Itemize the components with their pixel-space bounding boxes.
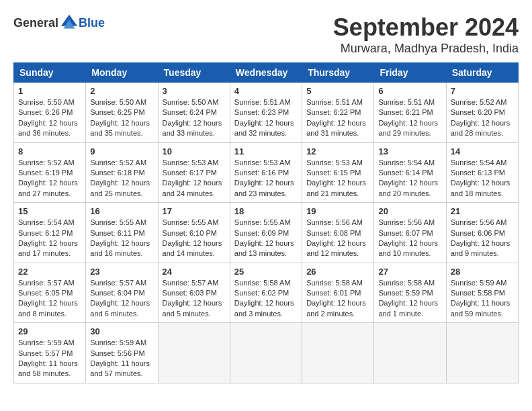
- day-info: Sunrise: 5:59 AM Sunset: 5:56 PM Dayligh…: [90, 338, 153, 379]
- header-day-saturday: Saturday: [446, 63, 518, 83]
- logo-general-text: General: [13, 16, 58, 30]
- day-number: 7: [451, 86, 514, 96]
- day-number: 15: [18, 206, 81, 216]
- day-info: Sunrise: 5:51 AM Sunset: 6:23 PM Dayligh…: [234, 97, 298, 139]
- day-info: Sunrise: 5:50 AM Sunset: 6:26 PM Dayligh…: [18, 97, 81, 139]
- day-info: Sunrise: 5:59 AM Sunset: 5:57 PM Dayligh…: [18, 338, 81, 379]
- calendar-cell: 6Sunrise: 5:51 AM Sunset: 6:21 PM Daylig…: [374, 83, 446, 143]
- day-info: Sunrise: 5:54 AM Sunset: 6:12 PM Dayligh…: [18, 218, 81, 259]
- day-number: 27: [378, 267, 441, 277]
- day-info: Sunrise: 5:56 AM Sunset: 6:06 PM Dayligh…: [451, 218, 514, 259]
- calendar-cell: 15Sunrise: 5:54 AM Sunset: 6:12 PM Dayli…: [14, 203, 86, 263]
- calendar-week-row: 22Sunrise: 5:57 AM Sunset: 6:05 PM Dayli…: [14, 263, 519, 323]
- logo: General Blue: [13, 13, 105, 32]
- calendar-cell: 23Sunrise: 5:57 AM Sunset: 6:04 PM Dayli…: [86, 263, 158, 323]
- calendar-cell: 29Sunrise: 5:59 AM Sunset: 5:57 PM Dayli…: [14, 323, 86, 383]
- calendar-week-row: 1Sunrise: 5:50 AM Sunset: 6:26 PM Daylig…: [14, 83, 519, 143]
- calendar-cell: 30Sunrise: 5:59 AM Sunset: 5:56 PM Dayli…: [86, 323, 158, 383]
- calendar-cell: 10Sunrise: 5:53 AM Sunset: 6:17 PM Dayli…: [158, 142, 230, 203]
- calendar-cell: 8Sunrise: 5:52 AM Sunset: 6:19 PM Daylig…: [14, 142, 86, 203]
- day-number: 2: [90, 86, 153, 96]
- day-number: 13: [378, 146, 441, 156]
- calendar-cell: 28Sunrise: 5:59 AM Sunset: 5:58 PM Dayli…: [446, 263, 518, 323]
- day-number: 9: [90, 146, 153, 156]
- day-number: 29: [18, 326, 81, 336]
- calendar-cell: 18Sunrise: 5:55 AM Sunset: 6:09 PM Dayli…: [230, 203, 302, 263]
- header-day-friday: Friday: [374, 63, 446, 83]
- day-info: Sunrise: 5:55 AM Sunset: 6:10 PM Dayligh…: [163, 218, 226, 259]
- day-info: Sunrise: 5:52 AM Sunset: 6:20 PM Dayligh…: [451, 97, 514, 139]
- day-number: 25: [234, 267, 298, 277]
- calendar-cell: 21Sunrise: 5:56 AM Sunset: 6:06 PM Dayli…: [446, 203, 518, 263]
- day-number: 23: [90, 267, 153, 277]
- calendar-table: SundayMondayTuesdayWednesdayThursdayFrid…: [13, 62, 519, 383]
- calendar-title: September 2024: [333, 13, 519, 42]
- day-number: 18: [234, 206, 298, 216]
- calendar-subtitle: Murwara, Madhya Pradesh, India: [333, 42, 519, 56]
- day-number: 26: [306, 267, 369, 277]
- day-info: Sunrise: 5:57 AM Sunset: 6:03 PM Dayligh…: [163, 278, 226, 320]
- calendar-cell: [374, 323, 446, 383]
- day-number: 20: [378, 206, 441, 216]
- day-number: 14: [451, 146, 514, 156]
- day-info: Sunrise: 5:51 AM Sunset: 6:22 PM Dayligh…: [306, 97, 369, 139]
- calendar-cell: [158, 323, 230, 383]
- day-number: 4: [234, 86, 298, 96]
- day-number: 10: [163, 146, 226, 156]
- calendar-week-row: 15Sunrise: 5:54 AM Sunset: 6:12 PM Dayli…: [14, 203, 519, 263]
- day-info: Sunrise: 5:50 AM Sunset: 6:25 PM Dayligh…: [90, 97, 153, 139]
- calendar-cell: 2Sunrise: 5:50 AM Sunset: 6:25 PM Daylig…: [86, 83, 158, 143]
- day-info: Sunrise: 5:57 AM Sunset: 6:05 PM Dayligh…: [18, 278, 81, 320]
- day-info: Sunrise: 5:54 AM Sunset: 6:13 PM Dayligh…: [451, 158, 514, 199]
- day-info: Sunrise: 5:53 AM Sunset: 6:16 PM Dayligh…: [234, 158, 298, 199]
- day-info: Sunrise: 5:55 AM Sunset: 6:11 PM Dayligh…: [90, 218, 153, 259]
- logo-blue-text: Blue: [79, 16, 105, 30]
- day-number: 28: [451, 267, 514, 277]
- header-day-sunday: Sunday: [14, 63, 86, 83]
- day-number: 21: [451, 206, 514, 216]
- day-number: 16: [90, 206, 153, 216]
- calendar-header-row: SundayMondayTuesdayWednesdayThursdayFrid…: [14, 63, 519, 83]
- day-number: 5: [306, 86, 369, 96]
- day-number: 12: [306, 146, 369, 156]
- calendar-cell: 19Sunrise: 5:56 AM Sunset: 6:08 PM Dayli…: [302, 203, 374, 263]
- title-block: September 2024 Murwara, Madhya Pradesh, …: [333, 13, 519, 56]
- calendar-cell: 26Sunrise: 5:58 AM Sunset: 6:01 PM Dayli…: [302, 263, 374, 323]
- calendar-cell: 13Sunrise: 5:54 AM Sunset: 6:14 PM Dayli…: [374, 142, 446, 203]
- day-info: Sunrise: 5:56 AM Sunset: 6:07 PM Dayligh…: [378, 218, 441, 259]
- day-info: Sunrise: 5:58 AM Sunset: 5:59 PM Dayligh…: [378, 278, 441, 320]
- day-number: 22: [18, 267, 81, 277]
- header-day-tuesday: Tuesday: [158, 63, 230, 83]
- calendar-cell: 24Sunrise: 5:57 AM Sunset: 6:03 PM Dayli…: [158, 263, 230, 323]
- header-day-monday: Monday: [86, 63, 158, 83]
- calendar-cell: 5Sunrise: 5:51 AM Sunset: 6:22 PM Daylig…: [302, 83, 374, 143]
- calendar-cell: 22Sunrise: 5:57 AM Sunset: 6:05 PM Dayli…: [14, 263, 86, 323]
- header-day-wednesday: Wednesday: [230, 63, 302, 83]
- calendar-cell: 3Sunrise: 5:50 AM Sunset: 6:24 PM Daylig…: [158, 83, 230, 143]
- day-info: Sunrise: 5:50 AM Sunset: 6:24 PM Dayligh…: [163, 97, 226, 139]
- day-info: Sunrise: 5:54 AM Sunset: 6:14 PM Dayligh…: [378, 158, 441, 199]
- day-number: 24: [163, 267, 226, 277]
- calendar-cell: 4Sunrise: 5:51 AM Sunset: 6:23 PM Daylig…: [230, 83, 302, 143]
- calendar-cell: [230, 323, 302, 383]
- day-info: Sunrise: 5:57 AM Sunset: 6:04 PM Dayligh…: [90, 278, 153, 320]
- day-number: 17: [163, 206, 226, 216]
- calendar-cell: 20Sunrise: 5:56 AM Sunset: 6:07 PM Dayli…: [374, 203, 446, 263]
- day-number: 30: [90, 326, 153, 336]
- day-info: Sunrise: 5:52 AM Sunset: 6:19 PM Dayligh…: [18, 158, 81, 199]
- logo-icon: [60, 13, 79, 32]
- calendar-cell: 25Sunrise: 5:58 AM Sunset: 6:02 PM Dayli…: [230, 263, 302, 323]
- day-number: 6: [378, 86, 441, 96]
- calendar-cell: 9Sunrise: 5:52 AM Sunset: 6:18 PM Daylig…: [86, 142, 158, 203]
- day-info: Sunrise: 5:56 AM Sunset: 6:08 PM Dayligh…: [306, 218, 369, 259]
- calendar-week-row: 8Sunrise: 5:52 AM Sunset: 6:19 PM Daylig…: [14, 142, 519, 203]
- day-info: Sunrise: 5:58 AM Sunset: 6:01 PM Dayligh…: [306, 278, 369, 320]
- calendar-cell: 7Sunrise: 5:52 AM Sunset: 6:20 PM Daylig…: [446, 83, 518, 143]
- calendar-cell: 16Sunrise: 5:55 AM Sunset: 6:11 PM Dayli…: [86, 203, 158, 263]
- day-number: 3: [163, 86, 226, 96]
- day-info: Sunrise: 5:53 AM Sunset: 6:17 PM Dayligh…: [163, 158, 226, 199]
- calendar-cell: 14Sunrise: 5:54 AM Sunset: 6:13 PM Dayli…: [446, 142, 518, 203]
- day-info: Sunrise: 5:59 AM Sunset: 5:58 PM Dayligh…: [451, 278, 514, 320]
- calendar-cell: [446, 323, 518, 383]
- header-day-thursday: Thursday: [302, 63, 374, 83]
